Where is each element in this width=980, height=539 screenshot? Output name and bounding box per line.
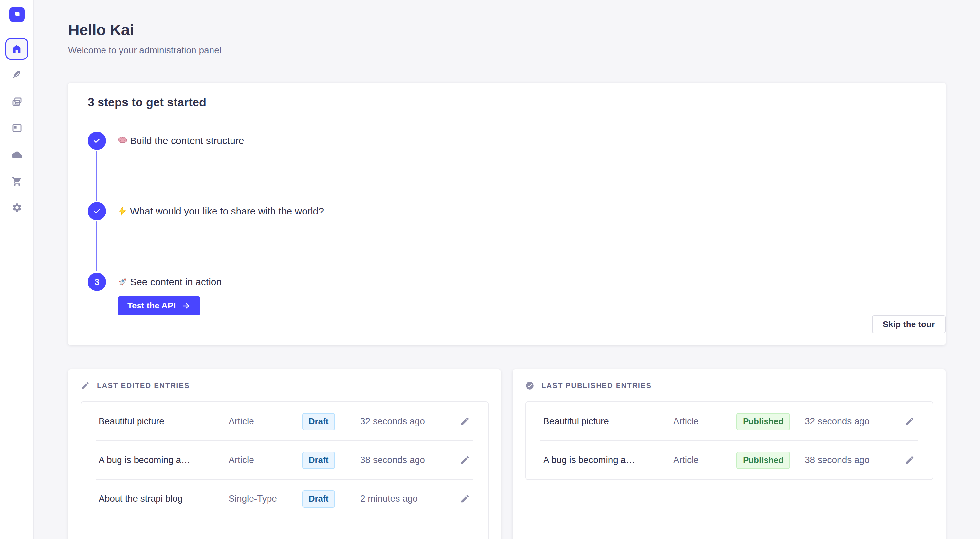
- skip-the-tour-button[interactable]: Skip the tour: [872, 315, 946, 333]
- step-3-label: See content in action: [130, 277, 222, 288]
- strapi-logo[interactable]: [10, 7, 25, 22]
- check-icon: [93, 137, 101, 145]
- entry-title: About the strapi blog: [99, 493, 229, 504]
- test-the-api-label: Test the API: [127, 301, 175, 311]
- pencil-icon: [905, 455, 915, 465]
- entry-title: Beautiful picture: [99, 416, 229, 427]
- rocket-emoji: [117, 277, 128, 287]
- pencil-icon: [460, 417, 470, 426]
- entry-type: Article: [229, 455, 281, 465]
- check-icon: [93, 207, 101, 215]
- table-row[interactable]: Beautiful picture Article Draft 32 secon…: [81, 402, 488, 441]
- entry-time: 32 seconds ago: [801, 416, 903, 427]
- pencil-icon: [460, 455, 470, 465]
- page-title: Hello Kai: [68, 21, 134, 39]
- edit-entry-button[interactable]: [903, 453, 916, 467]
- entry-type: Article: [673, 416, 725, 427]
- status-badge: Draft: [302, 413, 335, 430]
- sidebar-item-content-manager[interactable]: [6, 65, 27, 86]
- step-2-done-check: [88, 202, 106, 220]
- sidebar-item-content-type-builder[interactable]: [6, 118, 27, 139]
- onboarding-card: 3 steps to get started Build the content…: [68, 83, 946, 345]
- entry-time: 38 seconds ago: [356, 455, 458, 465]
- last-edited-entries-table: Beautiful picture Article Draft 32 secon…: [81, 401, 488, 539]
- status-badge: Published: [737, 413, 790, 430]
- entry-title: Beautiful picture: [543, 416, 673, 427]
- status-badge: Draft: [302, 452, 335, 469]
- entry-time: 2 minutes ago: [356, 493, 458, 504]
- entry-time: 32 seconds ago: [356, 416, 458, 427]
- step-connector-2: [96, 221, 97, 272]
- step-1-label: Build the content structure: [130, 135, 244, 146]
- table-row[interactable]: A bug is becoming a… Article Draft 38 se…: [81, 441, 488, 479]
- onboarding-title: 3 steps to get started: [88, 95, 206, 110]
- step-1-done-check: [88, 132, 106, 150]
- strapi-admin-dashboard: { "colors": { "accent": "#4945ff", "conn…: [0, 0, 980, 539]
- pencil-icon: [905, 417, 915, 426]
- entry-title: A bug is becoming a…: [543, 455, 673, 465]
- last-published-entries-header: Last published entries: [525, 381, 652, 390]
- sidebar-item-cloud[interactable]: [6, 145, 27, 165]
- sidebar-item-media-library[interactable]: [6, 91, 27, 112]
- feather-icon: [12, 70, 22, 80]
- step-3-number: 3: [88, 273, 106, 291]
- last-edited-entries-title: Last edited entries: [97, 382, 190, 390]
- entry-type: Single-Type: [229, 493, 281, 504]
- sidebar-item-marketplace[interactable]: [6, 171, 27, 192]
- brain-emoji: [117, 135, 128, 146]
- onboarding-step-2: What would you like to share with the wo…: [88, 202, 324, 220]
- onboarding-step-1: Build the content structure: [88, 132, 244, 150]
- last-edited-entries-panel: Last edited entries Beautiful picture Ar…: [68, 369, 501, 539]
- last-published-entries-table: Beautiful picture Article Published 32 s…: [525, 401, 933, 480]
- step-connector-1: [96, 151, 97, 201]
- last-published-entries-title: Last published entries: [542, 382, 652, 390]
- edit-entry-button[interactable]: [458, 453, 471, 467]
- table-row[interactable]: Beautiful picture Article Published 32 s…: [526, 402, 932, 441]
- edit-entry-button[interactable]: [458, 492, 471, 505]
- last-published-entries-panel: Last published entries Beautiful picture…: [513, 369, 946, 539]
- test-the-api-button[interactable]: Test the API: [118, 296, 200, 315]
- pencil-icon: [81, 381, 90, 390]
- arrow-right-icon: [181, 301, 191, 310]
- edit-entry-button[interactable]: [458, 415, 471, 428]
- entry-type: Article: [673, 455, 725, 465]
- table-row-partial: [81, 518, 488, 539]
- edit-entry-button[interactable]: [903, 415, 916, 428]
- step-2-label: What would you like to share with the wo…: [130, 206, 324, 217]
- entry-type: Article: [229, 416, 281, 427]
- last-edited-entries-header: Last edited entries: [81, 381, 190, 390]
- lightning-emoji: [117, 206, 128, 216]
- sidebar: [0, 0, 34, 539]
- status-badge: Published: [737, 452, 790, 469]
- gear-icon: [12, 202, 22, 213]
- status-badge: Draft: [302, 490, 335, 507]
- check-circle-icon: [525, 381, 535, 390]
- layout-icon: [11, 123, 22, 134]
- sidebar-item-settings[interactable]: [6, 197, 27, 218]
- media-icon: [11, 96, 22, 107]
- pencil-icon: [460, 494, 470, 504]
- table-row[interactable]: A bug is becoming a… Article Published 3…: [526, 441, 932, 479]
- cart-icon: [12, 176, 22, 187]
- entry-time: 38 seconds ago: [801, 455, 903, 465]
- page-subtitle: Welcome to your administration panel: [68, 45, 221, 56]
- table-row[interactable]: About the strapi blog Single-Type Draft …: [81, 479, 488, 518]
- cloud-icon: [11, 149, 22, 161]
- home-icon: [11, 43, 22, 54]
- sidebar-item-home[interactable]: [5, 38, 28, 60]
- onboarding-step-3: 3 See content in action: [88, 273, 222, 291]
- strapi-logo-icon: [12, 10, 22, 19]
- step-3-number-text: 3: [95, 277, 99, 287]
- sidebar-divider: [0, 31, 33, 32]
- entry-title: A bug is becoming a…: [99, 455, 229, 465]
